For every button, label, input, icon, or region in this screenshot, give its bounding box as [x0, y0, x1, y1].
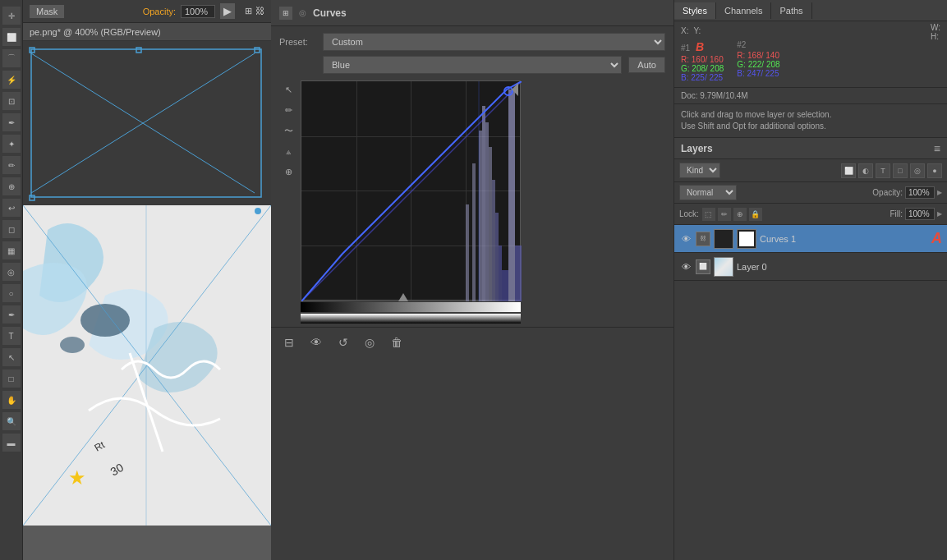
auto-button[interactable]: Auto [628, 57, 665, 73]
filter-pixel-icon[interactable]: ⬜ [841, 163, 856, 178]
tab-styles[interactable]: Styles [674, 2, 716, 19]
layer-visibility-layer0[interactable]: 👁 [679, 260, 692, 273]
curves-hand-tool[interactable]: ⟁ [279, 142, 297, 160]
opacity-label-sm: Opacity: [872, 188, 903, 197]
filter-type-icon[interactable]: T [876, 163, 890, 178]
opacity-label: Opacity: [143, 7, 176, 16]
clip-to-layer-button[interactable]: ⊟ [279, 334, 299, 351]
curves1-mask [737, 229, 756, 249]
gradient-bar-bottom [301, 302, 521, 312]
layer-visibility-curves1[interactable]: 👁 [679, 232, 692, 246]
sample2-label: #2 [737, 40, 779, 49]
layer-bar: Mask Opacity: ▶ ⊞ ⛓ [23, 0, 271, 23]
eyedropper-tool[interactable]: ✒ [2, 113, 21, 131]
opacity-control: Opacity: ▶ [872, 186, 942, 199]
info-section: W: H: X: Y: #1 B R: 160/ 160 G: [674, 21, 947, 88]
lock-image-icon[interactable]: ✏ [718, 208, 731, 221]
curves-graph-container [301, 80, 521, 324]
opacity-arrow-button[interactable]: ▶ [220, 3, 235, 19]
lock-position-icon[interactable]: 🔒 [749, 208, 762, 221]
dodge-tool[interactable]: ○ [2, 284, 21, 302]
canvas-content: Mask Opacity: ▶ ⊞ ⛓ pe.png* @ 400% (RGB/… [23, 0, 271, 560]
layers-header: Layers ≡ [674, 138, 947, 159]
filter-smartobject-icon[interactable]: ◎ [910, 163, 925, 178]
curves-title: Curves [313, 7, 347, 19]
clone-tool[interactable]: ⊕ [2, 177, 21, 195]
blur-tool[interactable]: ◎ [2, 263, 21, 281]
lock-icons: ⬚ ✏ ⊕ 🔒 [702, 208, 762, 221]
visibility-button[interactable]: 👁 [306, 334, 327, 351]
doc-size: Doc: 9.79M/10.4M [674, 88, 947, 104]
delete-button[interactable]: 🗑 [386, 334, 407, 351]
kind-select[interactable]: Kind [679, 163, 720, 178]
lock-transparent-icon[interactable]: ⬚ [702, 208, 715, 221]
hand-tool[interactable]: ✋ [2, 391, 21, 409]
sample1: #1 B R: 160/ 160 G: 208/ 208 B: 225/ 225 [681, 40, 724, 82]
curves-pencil-tool[interactable]: ✏ [279, 101, 297, 119]
layer0-thumb [714, 257, 733, 277]
layer-name-curves1: Curves 1 [760, 234, 928, 244]
curves-zoom-tool[interactable]: ⊕ [279, 163, 297, 181]
layer-row-curves1[interactable]: 👁 ⛓ Curves 1 A [674, 225, 947, 253]
sample1-g-row: G: 208/ 208 [681, 64, 724, 73]
svg-rect-19 [466, 204, 469, 301]
left-toolbar: ✛ ⬜ ⌒ ⚡ ⊡ ✒ ✦ ✏ ⊕ ↩ ◻ ▦ ◎ ○ ✒ T ↖ □ ✋ 🔍 … [0, 0, 23, 560]
filter-toggle[interactable]: ● [927, 163, 942, 178]
mask-button[interactable]: Mask [30, 5, 64, 18]
sample2-b-row: B: 247/ 225 [737, 69, 779, 78]
tab-paths[interactable]: Paths [771, 2, 811, 19]
fill-input[interactable] [905, 208, 935, 220]
shape-tool[interactable]: □ [2, 370, 21, 388]
reset-button[interactable]: ↺ [333, 334, 353, 351]
channel-select[interactable]: Blue [323, 56, 622, 74]
svg-point-3 [60, 337, 85, 353]
filter-shape-icon[interactable]: □ [893, 163, 908, 178]
curves-icon2: ◎ [299, 8, 306, 17]
curves-graph[interactable] [301, 80, 521, 301]
move-tool[interactable]: ✛ [2, 7, 21, 25]
crop-tool[interactable]: ⊡ [2, 92, 21, 110]
histogram-tool[interactable]: ▬ [2, 434, 21, 452]
curves-pointer-tool[interactable]: ↖ [279, 80, 297, 99]
lock-artboard-icon[interactable]: ⊕ [733, 208, 747, 221]
text-tool[interactable]: T [2, 327, 21, 345]
opacity-input[interactable] [181, 5, 215, 18]
curves-panel-icon: ⊞ [279, 7, 292, 20]
history-brush[interactable]: ↩ [2, 199, 21, 217]
sample1-label: #1 B [681, 40, 724, 53]
svg-rect-29 [508, 90, 515, 301]
preset-select[interactable]: Custom [323, 33, 665, 51]
blend-mode-select[interactable]: Normal [679, 185, 737, 200]
curves-smooth-tool[interactable]: 〜 [279, 122, 297, 140]
magic-wand-tool[interactable]: ⚡ [2, 71, 21, 89]
path-selection[interactable]: ↖ [2, 348, 21, 366]
layers-menu-icon[interactable]: ≡ [934, 142, 940, 155]
svg-rect-26 [495, 213, 499, 301]
eraser-tool[interactable]: ◻ [2, 220, 21, 238]
marquee-tool[interactable]: ⬜ [2, 28, 21, 46]
canvas-area: ✛ ⬜ ⌒ ⚡ ⊡ ✒ ✦ ✏ ⊕ ↩ ◻ ▦ ◎ ○ ✒ T ↖ □ ✋ 🔍 … [0, 0, 271, 560]
layer0-icon: ⬜ [696, 259, 710, 274]
gradient-tool[interactable]: ▦ [2, 241, 21, 259]
view-previous-button[interactable]: ◎ [360, 334, 379, 351]
layer-row-layer0[interactable]: 👁 ⬜ Layer 0 [674, 253, 947, 281]
svg-point-18 [255, 208, 261, 214]
curves-panel: ⊞ ◎ Curves Preset: Custom Blue Auto ↖ ✏ … [271, 0, 673, 560]
opacity-input-sm[interactable] [905, 186, 935, 199]
brush-tool[interactable]: ✏ [2, 156, 21, 174]
w-label: W: [931, 23, 940, 32]
spot-heal-tool[interactable]: ✦ [2, 135, 21, 153]
sample2-r-row: R: 168/ 140 [737, 51, 779, 60]
filter-adjustment-icon[interactable]: ◐ [858, 163, 873, 178]
svg-rect-27 [499, 246, 502, 301]
curves-footer: ⊟ 👁 ↺ ◎ 🗑 [271, 327, 673, 356]
zoom-tool[interactable]: 🔍 [2, 412, 21, 430]
svg-point-2 [80, 304, 130, 337]
svg-rect-21 [479, 131, 482, 301]
svg-rect-30 [515, 246, 522, 301]
tab-channels[interactable]: Channels [716, 2, 771, 19]
pen-tool[interactable]: ✒ [2, 305, 21, 324]
lasso-tool[interactable]: ⌒ [2, 49, 21, 67]
sample2-g-row: G: 222/ 208 [737, 60, 779, 69]
svg-rect-22 [482, 106, 485, 301]
